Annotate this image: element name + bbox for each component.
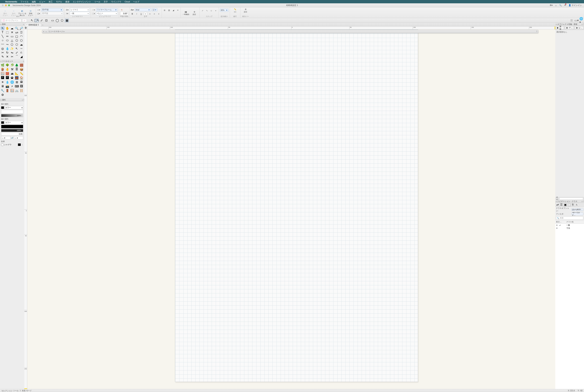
- fill-preview[interactable]: [1, 110, 23, 114]
- ts-hand[interactable]: 🤚: [5, 68, 9, 71]
- underline-button[interactable]: U: [139, 12, 143, 16]
- ts-rock[interactable]: 🟫: [19, 63, 23, 67]
- constraint-icon[interactable]: ▥: [167, 8, 171, 12]
- font-size-select[interactable]: 12▼: [152, 8, 157, 12]
- menu-app[interactable]: Vectorworks: [5, 0, 17, 3]
- attributes-palette-title[interactable]: × 属性 ≡ ?: [0, 98, 24, 101]
- selection-tool[interactable]: ↖︎: [0, 26, 4, 30]
- ts-road[interactable]: 🛣: [10, 76, 14, 80]
- menu-file[interactable]: ファイル: [20, 0, 28, 3]
- line-type-select[interactable]: カラー▾: [4, 121, 23, 124]
- menu-tools[interactable]: ツール: [94, 0, 100, 3]
- dim-icon[interactable]: ⊞: [163, 8, 166, 12]
- menu-modify[interactable]: 加工: [49, 0, 53, 3]
- ts-drop[interactable]: 💧: [5, 80, 9, 84]
- triangle-tool[interactable]: △: [10, 38, 14, 42]
- round-rect-tool[interactable]: ▢: [15, 34, 19, 38]
- ts-fence[interactable]: 🪟: [0, 72, 4, 76]
- align-center-button[interactable]: ≡: [148, 12, 152, 16]
- view-select-top[interactable]: 2D/平面▼: [41, 8, 63, 12]
- fillet-tool[interactable]: ⌒: [15, 55, 19, 58]
- ts-bldg[interactable]: 🏛: [19, 80, 23, 84]
- shape-mode-wall[interactable]: ▦: [65, 18, 69, 22]
- eye-icon[interactable]: 👁: [556, 224, 558, 226]
- ruler-horizontal[interactable]: 200 150 100 50 0 50 100 150 200: [27, 26, 555, 30]
- sel-mode-2[interactable]: ⬚↖︎: [35, 18, 39, 22]
- eye-icon[interactable]: 👁: [556, 227, 558, 229]
- layers-icon[interactable]: ☰▾: [65, 8, 69, 12]
- filter-select[interactable]: <すべてのク…: [572, 212, 583, 215]
- shape-mode-poly[interactable]: ⬠: [60, 18, 64, 22]
- line-tool[interactable]: ╲: [0, 34, 4, 38]
- menu-text[interactable]: 文字: [104, 0, 108, 3]
- ts-site3[interactable]: 📏: [19, 72, 23, 76]
- doc-tab-1[interactable]: × 名称未設定 1: [25, 23, 41, 26]
- close-icon[interactable]: ×: [0, 23, 1, 26]
- font-select[interactable]: Arial▼: [135, 8, 151, 12]
- line-color-swatch[interactable]: [1, 121, 4, 124]
- grip-icon[interactable]: ≡: [23, 60, 24, 62]
- globe-dropdown-icon[interactable]: 🌐▾: [580, 19, 583, 22]
- menu-arch[interactable]: 建築: [65, 0, 69, 3]
- ts-mon[interactable]: 🖥: [0, 84, 4, 88]
- fill-color-swatch[interactable]: [1, 106, 4, 109]
- marquee-tool[interactable]: ⬚: [5, 30, 9, 34]
- circle-tool[interactable]: ○: [0, 38, 4, 42]
- grip-icon[interactable]: ≡ ?: [582, 200, 584, 202]
- ts-door[interactable]: 🚪: [5, 89, 9, 92]
- snap4-icon[interactable]: ⎆: [214, 9, 217, 12]
- star-tool[interactable]: ⬡: [19, 38, 23, 42]
- regular-poly-tool[interactable]: ⬠: [10, 42, 14, 46]
- resource-manager-bar[interactable]: × — リソースマネージャ ?: [42, 30, 538, 33]
- close-icon[interactable]: ×: [0, 99, 1, 101]
- status-close-icon[interactable]: X: [20, 390, 21, 392]
- rotate-tool[interactable]: ↻: [5, 51, 9, 54]
- close-icon[interactable]: ×: [556, 23, 557, 26]
- ts-wood[interactable]: 🪵: [0, 68, 4, 71]
- double-line-tool[interactable]: ═: [5, 34, 9, 38]
- render2-icon[interactable]: ⬚▾: [92, 12, 95, 15]
- box-dropdown-icon[interactable]: ▭▾: [575, 19, 578, 22]
- sel-mode-3[interactable]: ⤢: [39, 18, 43, 22]
- ts-path[interactable]: 🧱: [5, 72, 9, 76]
- line-end-select[interactable]: — ▾: [14, 136, 23, 140]
- grip-icon[interactable]: ≡ ?: [22, 99, 24, 101]
- name-input[interactable]: [559, 198, 583, 200]
- projection-icon[interactable]: ▭▾: [37, 8, 40, 12]
- ruler-origin-icon[interactable]: ✛: [24, 26, 27, 30]
- snap3-icon[interactable]: ◇: [210, 9, 213, 12]
- col-classname[interactable]: クラス名: [566, 220, 584, 224]
- mirror-tool[interactable]: ⇋: [10, 51, 14, 54]
- plane-mode-icon[interactable]: ◱▾: [37, 12, 40, 15]
- ts-bush[interactable]: 🌲: [15, 63, 19, 67]
- ts-plant[interactable]: 🌿: [0, 63, 4, 67]
- pan-tool[interactable]: ✋: [5, 26, 9, 30]
- menu-edit[interactable]: 編集: [32, 0, 36, 3]
- scissors-tool[interactable]: ✂: [10, 55, 14, 58]
- ts-bridge[interactable]: 🌉: [15, 76, 19, 80]
- delete-tool[interactable]: ✕: [10, 30, 14, 34]
- polyline-tool[interactable]: ⤳: [5, 42, 9, 46]
- snap2-icon[interactable]: ⤡: [205, 9, 209, 12]
- menu-cloud[interactable]: Cloud: [124, 0, 130, 3]
- rotation-input[interactable]: [120, 12, 128, 15]
- ts-gear2[interactable]: ⚙︎: [0, 93, 4, 96]
- link-icon[interactable]: 🔗: [11, 137, 13, 139]
- shape-mode-lasso[interactable]: ◯: [55, 18, 59, 22]
- cloud-tool[interactable]: ☁: [19, 42, 23, 46]
- ts-park2[interactable]: 🅿︎: [5, 76, 9, 80]
- line-opacity-slider[interactable]: 100% ⋮: [1, 129, 23, 132]
- menu-view[interactable]: ビュー: [39, 0, 45, 3]
- view-select-bottom[interactable]: 2D平面▾: [41, 12, 63, 15]
- toolset-palette-title[interactable]: × ツールセット ≡: [0, 60, 24, 63]
- offset-tool[interactable]: ⎌: [19, 51, 23, 54]
- signin-button[interactable]: 👤 サインイン: [569, 4, 582, 7]
- nav-btn-6[interactable]: ⎌: [575, 203, 579, 206]
- align-right-button[interactable]: ≡: [153, 12, 156, 16]
- col-visibility[interactable]: 表示…: [555, 220, 566, 224]
- scale-button[interactable]: 📏 1:1: [231, 8, 239, 13]
- ts-aux2[interactable]: 🗄: [15, 68, 19, 71]
- x-tool[interactable]: ✕: [5, 55, 9, 58]
- window-zoom-button[interactable]: [8, 4, 10, 6]
- add-tab-button[interactable]: ＋: [41, 24, 44, 26]
